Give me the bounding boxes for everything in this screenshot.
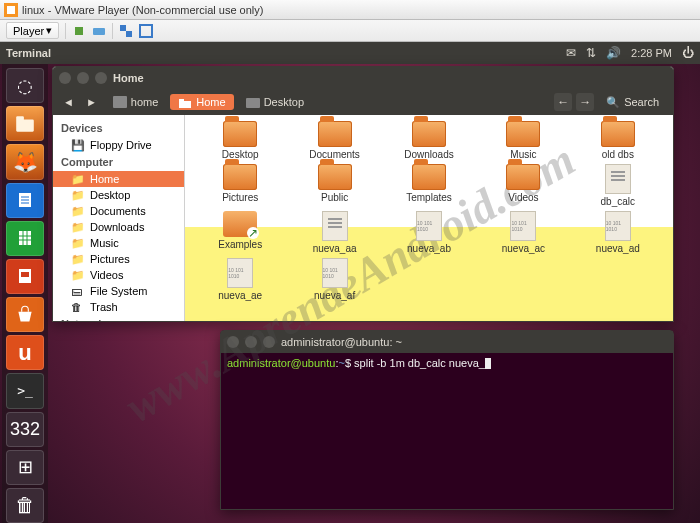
binary-file-icon: 10 101 1010 xyxy=(605,211,631,241)
close-icon[interactable] xyxy=(59,72,71,84)
terminal-title-text: administrator@ubuntu: ~ xyxy=(281,336,402,348)
toolbar-separator xyxy=(65,23,66,39)
folder-templates[interactable]: Templates xyxy=(382,164,476,207)
trash-launcher-icon[interactable]: 🗑 xyxy=(6,488,44,523)
path-segment-desktop[interactable]: Desktop xyxy=(238,94,312,110)
folder-documents[interactable]: Documents xyxy=(287,121,381,160)
file-nueva-af[interactable]: 10 101 1010nueva_af xyxy=(287,258,381,301)
file-nueva-aa[interactable]: nueva_aa xyxy=(287,211,381,254)
firefox-launcher-icon[interactable]: 🦊 xyxy=(6,144,44,179)
mail-indicator-icon[interactable]: ✉ xyxy=(566,46,576,60)
prompt-user: administrator@ubuntu xyxy=(227,357,335,369)
clock[interactable]: 2:28 PM xyxy=(631,47,672,59)
nautilus-icon-view[interactable]: Desktop Documents Downloads Music old db… xyxy=(185,115,673,321)
binary-file-icon: 10 101 1010 xyxy=(510,211,536,241)
path-label: Home xyxy=(196,96,225,108)
path-label: Desktop xyxy=(264,96,304,108)
network-indicator-icon[interactable]: ⇅ xyxy=(586,46,596,60)
terminal-titlebar[interactable]: administrator@ubuntu: ~ xyxy=(221,331,673,353)
path-nav-left-icon[interactable]: ← xyxy=(554,93,572,111)
unity-mode-icon[interactable] xyxy=(119,24,133,38)
link-examples[interactable]: Examples xyxy=(193,211,287,254)
binary-file-icon: 10 101 1010 xyxy=(227,258,253,288)
file-nueva-ab[interactable]: 10 101 1010nueva_ab xyxy=(382,211,476,254)
folder-icon xyxy=(601,121,635,147)
power-icon[interactable] xyxy=(72,24,86,38)
software-center-icon[interactable] xyxy=(6,297,44,332)
search-button[interactable]: 🔍 Search xyxy=(598,94,667,111)
database-file-icon xyxy=(322,211,348,241)
sound-indicator-icon[interactable]: 🔊 xyxy=(606,46,621,60)
sidebar-item-videos[interactable]: 📁Videos xyxy=(53,267,184,283)
folder-desktop[interactable]: Desktop xyxy=(193,121,287,160)
home-icon: 📁 xyxy=(71,173,85,185)
sidebar-item-pictures[interactable]: 📁Pictures xyxy=(53,251,184,267)
file-db-calc[interactable]: db_calc xyxy=(571,164,665,207)
libreoffice-writer-icon[interactable] xyxy=(6,183,44,218)
folder-icon: 📁 xyxy=(71,221,85,233)
folder-pictures[interactable]: Pictures xyxy=(193,164,287,207)
file-nueva-ad[interactable]: 10 101 1010nueva_ad xyxy=(571,211,665,254)
minimize-icon[interactable] xyxy=(245,336,257,348)
drive-icon xyxy=(113,96,127,108)
active-app-label: Terminal xyxy=(6,47,566,59)
folder-videos[interactable]: Videos xyxy=(476,164,570,207)
dash-icon[interactable]: ◌ xyxy=(6,68,44,103)
file-nueva-ae[interactable]: 10 101 1010nueva_ae xyxy=(193,258,287,301)
vmware-title-text: linux - VMware Player (Non-commercial us… xyxy=(22,4,263,16)
ubuntu-one-icon[interactable]: u xyxy=(6,335,44,370)
folder-old-dbs[interactable]: old dbs xyxy=(571,121,665,160)
svg-rect-1 xyxy=(7,6,15,14)
sidebar-item-filesystem[interactable]: 🖴File System xyxy=(53,283,184,299)
path-label: home xyxy=(131,96,159,108)
path-nav-right-icon[interactable]: → xyxy=(576,93,594,111)
sidebar-item-desktop[interactable]: 📁Desktop xyxy=(53,187,184,203)
nautilus-titlebar[interactable]: Home xyxy=(53,67,673,89)
sidebar-item-trash[interactable]: 🗑Trash xyxy=(53,299,184,315)
libreoffice-impress-icon[interactable] xyxy=(6,259,44,294)
sidebar-item-downloads[interactable]: 📁Downloads xyxy=(53,219,184,235)
ubuntu-desktop: Terminal ✉ ⇅ 🔊 2:28 PM ⏻ ◌ 🦊 u >_ 332 ⊞ … xyxy=(0,42,700,523)
back-button[interactable]: ◄ xyxy=(59,95,78,109)
terminal-launcher-icon[interactable]: >_ xyxy=(6,373,44,408)
sidebar-item-floppy[interactable]: 💾Floppy Drive xyxy=(53,137,184,153)
search-icon: 🔍 xyxy=(606,96,620,109)
terminal-content[interactable]: administrator@ubuntu:~$ split -b 1m db_c… xyxy=(221,353,673,373)
file-nueva-ac[interactable]: 10 101 1010nueva_ac xyxy=(476,211,570,254)
libreoffice-calc-icon[interactable] xyxy=(6,221,44,256)
folder-music[interactable]: Music xyxy=(476,121,570,160)
svg-rect-4 xyxy=(120,25,126,31)
maximize-icon[interactable] xyxy=(263,336,275,348)
terminal-window: administrator@ubuntu: ~ administrator@ub… xyxy=(220,330,674,510)
close-icon[interactable] xyxy=(227,336,239,348)
fullscreen-icon[interactable] xyxy=(139,24,153,38)
nautilus-launcher-icon[interactable] xyxy=(6,106,44,141)
send-ctrl-alt-del-icon[interactable] xyxy=(92,24,106,38)
forward-button[interactable]: ► xyxy=(82,95,101,109)
folder-icon: 📁 xyxy=(71,237,85,249)
sidebar-item-music[interactable]: 📁Music xyxy=(53,235,184,251)
minimize-icon[interactable] xyxy=(77,72,89,84)
workspace-switcher-icon[interactable]: 332 xyxy=(6,412,44,447)
folder-public[interactable]: Public xyxy=(287,164,381,207)
folder-icon xyxy=(246,96,260,108)
ubuntu-top-panel: Terminal ✉ ⇅ 🔊 2:28 PM ⏻ xyxy=(0,42,700,64)
vmware-logo-icon xyxy=(4,3,18,17)
sidebar-item-home[interactable]: 📁Home xyxy=(53,171,184,187)
svg-rect-15 xyxy=(21,272,29,277)
binary-file-icon: 10 101 1010 xyxy=(322,258,348,288)
power-indicator-icon[interactable]: ⏻ xyxy=(682,46,694,60)
sidebar-item-documents[interactable]: 📁Documents xyxy=(53,203,184,219)
folder-icon xyxy=(506,121,540,147)
folder-downloads[interactable]: Downloads xyxy=(382,121,476,160)
folder-icon xyxy=(223,121,257,147)
folder-icon xyxy=(412,121,446,147)
path-segment-home-root[interactable]: home xyxy=(105,94,167,110)
player-menu-label: Player xyxy=(13,25,44,37)
path-segment-home[interactable]: Home xyxy=(170,94,233,110)
maximize-icon[interactable] xyxy=(95,72,107,84)
player-menu-button[interactable]: Player ▾ xyxy=(6,22,59,39)
applications-lens-icon[interactable]: ⊞ xyxy=(6,450,44,485)
unity-launcher: ◌ 🦊 u >_ 332 ⊞ 🗑 xyxy=(2,64,48,523)
binary-file-icon: 10 101 1010 xyxy=(416,211,442,241)
